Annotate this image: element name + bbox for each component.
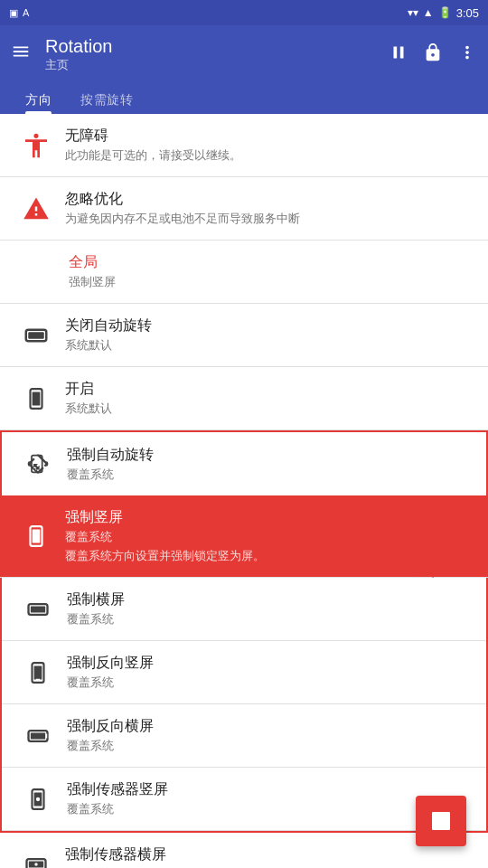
accessibility-icon (14, 131, 58, 160)
accessibility-text: 无障碍 此功能是可选的，请接受以继续。 (65, 127, 474, 164)
force-auto-rotate-secondary: 覆盖系统 (67, 467, 472, 483)
global-primary: 全局 (69, 253, 474, 272)
stop-icon (432, 812, 450, 830)
battery-icon: 🔋 (438, 6, 452, 19)
force-sensor-landscape-icon (14, 852, 58, 869)
bottom-border-section: 强制横屏 覆盖系统 强制反向竖屏 覆盖系统 (0, 578, 488, 833)
content: 无障碍 此功能是可选的，请接受以继续。 忽略优化 为避免因内存不足或电池不足而导… (0, 114, 488, 868)
force-reverse-portrait-text: 强制反向竖屏 覆盖系统 (67, 654, 472, 691)
force-reverse-landscape-icon (16, 723, 60, 749)
list-item-force-sensor-landscape[interactable]: 强制传感器横屏 覆盖系统 (0, 833, 488, 868)
lock-button[interactable] (423, 42, 443, 67)
accessibility-secondary: 此功能是可选的，请接受以继续。 (65, 147, 474, 164)
status-bar-right: ▾▾ ▲ 🔋 3:05 (408, 6, 479, 20)
close-auto-rotate-secondary: 系统默认 (65, 337, 474, 354)
force-portrait-text: 强制竖屏 覆盖系统 覆盖系统方向设置并强制锁定竖为屏。 (65, 508, 474, 564)
svg-rect-1 (28, 332, 44, 339)
force-sensor-portrait-text: 强制传感器竖屏 覆盖系统 (67, 780, 472, 817)
force-sensor-landscape-text: 强制传感器横屏 覆盖系统 (65, 845, 474, 868)
force-portrait-tertiary: 覆盖系统方向设置并强制锁定竖为屏。 (65, 548, 474, 564)
app-bar-title: Rotation 主页 (45, 36, 374, 73)
app-bar-actions (389, 42, 477, 67)
list-item-force-reverse-portrait[interactable]: 强制反向竖屏 覆盖系统 (2, 641, 486, 704)
force-auto-rotate-text: 强制自动旋转 覆盖系统 (67, 446, 472, 483)
app-bar: Rotation 主页 (0, 25, 488, 83)
sim-icon: ▣ (9, 7, 18, 19)
status-bar-left: ▣ A (9, 7, 29, 19)
more-button[interactable] (457, 42, 477, 67)
force-reverse-portrait-secondary: 覆盖系统 (67, 675, 472, 691)
phone-landscape-icon (14, 322, 58, 349)
tab-press-rotate[interactable]: 按需旋转 (66, 83, 147, 114)
ignore-optimization-secondary: 为避免因内存不足或电池不足而导致服务中断 (65, 211, 474, 227)
global-secondary: 强制竖屏 (69, 274, 474, 290)
open-secondary: 系统默认 (65, 401, 474, 417)
force-reverse-landscape-secondary: 覆盖系统 (67, 738, 472, 754)
svg-point-19 (36, 797, 40, 800)
list-item-open[interactable]: 开启 系统默认 (0, 367, 488, 430)
fab-stop[interactable] (416, 796, 466, 846)
svg-rect-6 (33, 529, 41, 542)
svg-rect-15 (31, 732, 45, 739)
force-sensor-portrait-secondary: 覆盖系统 (67, 801, 472, 817)
carrier-icon: A (23, 7, 29, 18)
list-item-force-sensor-portrait[interactable]: 强制传感器竖屏 覆盖系统 (2, 768, 486, 831)
pause-button[interactable] (389, 42, 408, 67)
force-auto-rotate-primary: 强制自动旋转 (67, 446, 472, 465)
force-landscape-icon (16, 597, 60, 622)
app-title: Rotation (45, 36, 374, 57)
list-item-close-auto-rotate[interactable]: 关闭自动旋转 系统默认 (0, 304, 488, 367)
list-item-ignore-optimization[interactable]: 忽略优化 为避免因内存不足或电池不足而导致服务中断 (0, 177, 488, 241)
warning-icon (14, 195, 58, 222)
app-subtitle: 主页 (45, 57, 374, 73)
force-sensor-portrait-primary: 强制传感器竖屏 (67, 780, 472, 799)
force-reverse-landscape-text: 强制反向横屏 覆盖系统 (67, 717, 472, 754)
svg-point-22 (34, 863, 38, 866)
signal-icon: ▲ (423, 6, 434, 19)
open-text: 开启 系统默认 (65, 380, 474, 417)
close-auto-rotate-text: 关闭自动旋转 系统默认 (65, 316, 474, 354)
wifi-icon: ▾▾ (408, 6, 418, 19)
force-sensor-landscape-primary: 强制传感器横屏 (65, 845, 474, 864)
force-landscape-primary: 强制横屏 (67, 590, 472, 609)
force-landscape-text: 强制横屏 覆盖系统 (67, 590, 472, 627)
tabs: 方向 按需旋转 (0, 83, 488, 114)
svg-rect-12 (34, 665, 42, 679)
list-item-force-reverse-landscape[interactable]: 强制反向横屏 覆盖系统 (2, 704, 486, 768)
global-text: 全局 强制竖屏 (69, 253, 474, 290)
list-item-force-portrait[interactable]: 强制竖屏 覆盖系统 覆盖系统方向设置并强制锁定竖为屏。 (0, 495, 488, 578)
force-portrait-primary: 强制竖屏 (65, 508, 474, 527)
force-reverse-landscape-primary: 强制反向横屏 (67, 717, 472, 736)
list-item-global[interactable]: 全局 强制竖屏 (0, 241, 488, 304)
status-bar: ▣ A ▾▾ ▲ 🔋 3:05 (0, 0, 488, 25)
list-item-force-auto-rotate[interactable]: 强制自动旋转 覆盖系统 (2, 432, 486, 495)
phone-portrait-icon (14, 385, 58, 412)
time-display: 3:05 (456, 6, 479, 20)
list-item-accessibility[interactable]: 无障碍 此功能是可选的，请接受以继续。 (0, 114, 488, 177)
close-auto-rotate-primary: 关闭自动旋转 (65, 316, 474, 335)
force-reverse-portrait-primary: 强制反向竖屏 (67, 654, 472, 673)
force-auto-rotate-icon (16, 451, 60, 476)
ignore-optimization-primary: 忽略优化 (65, 190, 474, 209)
accessibility-primary: 无障碍 (65, 127, 474, 146)
list-item-force-landscape[interactable]: 强制横屏 覆盖系统 (2, 578, 486, 641)
ignore-optimization-text: 忽略优化 为避免因内存不足或电池不足而导致服务中断 (65, 190, 474, 227)
menu-button[interactable] (11, 42, 31, 67)
force-reverse-portrait-icon (16, 659, 60, 686)
svg-rect-10 (31, 606, 45, 612)
force-portrait-secondary: 覆盖系统 (65, 529, 474, 545)
open-primary: 开启 (65, 380, 474, 399)
force-portrait-icon (14, 523, 58, 550)
tab-direction[interactable]: 方向 (11, 83, 66, 114)
force-sensor-portrait-icon (16, 786, 60, 813)
svg-rect-3 (33, 392, 41, 405)
force-landscape-secondary: 覆盖系统 (67, 611, 472, 627)
force-auto-rotate-wrapper: 强制自动旋转 覆盖系统 (0, 430, 488, 495)
